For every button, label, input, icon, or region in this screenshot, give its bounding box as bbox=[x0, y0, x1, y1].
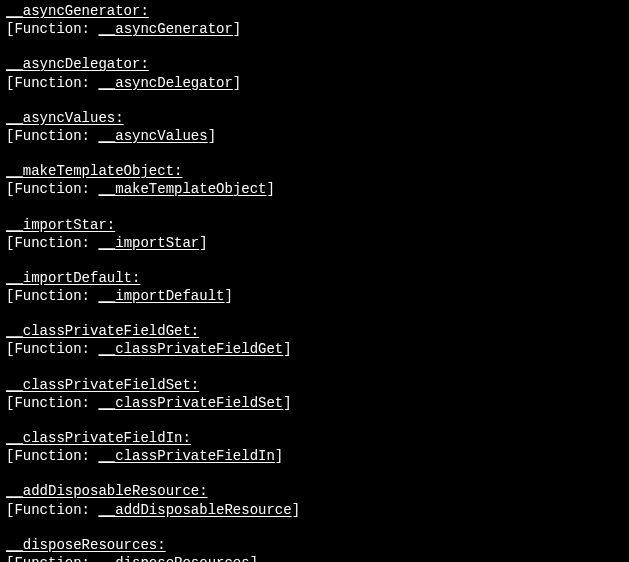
fn-suffix: ] bbox=[292, 501, 300, 519]
object-entry: __importStar:[Function: __importStar] bbox=[6, 216, 623, 252]
fn-prefix: [Function: bbox=[6, 394, 98, 412]
entry-key: __asyncGenerator: bbox=[6, 3, 149, 19]
entry-function-line: [Function: __addDisposableResource] bbox=[6, 501, 623, 519]
fn-name: __asyncValues bbox=[98, 127, 207, 145]
fn-suffix: ] bbox=[266, 180, 274, 198]
object-entry: __disposeResources:[Function: __disposeR… bbox=[6, 536, 623, 562]
object-entry: __classPrivateFieldGet:[Function: __clas… bbox=[6, 322, 623, 358]
fn-prefix: [Function: bbox=[6, 20, 98, 38]
object-entry: __classPrivateFieldIn:[Function: __class… bbox=[6, 429, 623, 465]
entry-key: __importStar: bbox=[6, 217, 115, 233]
fn-prefix: [Function: bbox=[6, 447, 98, 465]
entry-function-line: [Function: __disposeResources] bbox=[6, 554, 623, 562]
entry-function-line: [Function: __asyncValues] bbox=[6, 127, 623, 145]
object-entry: __addDisposableResource:[Function: __add… bbox=[6, 482, 623, 518]
fn-name: __classPrivateFieldGet bbox=[98, 340, 283, 358]
entry-function-line: [Function: __asyncDelegator] bbox=[6, 74, 623, 92]
fn-name: __disposeResources bbox=[98, 554, 249, 562]
entry-key: __classPrivateFieldSet: bbox=[6, 377, 199, 393]
object-entry: __classPrivateFieldSet:[Function: __clas… bbox=[6, 376, 623, 412]
entry-key: __asyncDelegator: bbox=[6, 56, 149, 72]
entry-key: __makeTemplateObject: bbox=[6, 163, 182, 179]
fn-suffix: ] bbox=[283, 340, 291, 358]
entry-function-line: [Function: __asyncGenerator] bbox=[6, 20, 623, 38]
fn-prefix: [Function: bbox=[6, 234, 98, 252]
fn-name: __asyncDelegator bbox=[98, 74, 232, 92]
fn-suffix: ] bbox=[283, 394, 291, 412]
entry-key: __importDefault: bbox=[6, 270, 140, 286]
entry-function-line: [Function: __makeTemplateObject] bbox=[6, 180, 623, 198]
object-entry: __asyncGenerator:[Function: __asyncGener… bbox=[6, 2, 623, 38]
fn-prefix: [Function: bbox=[6, 127, 98, 145]
fn-prefix: [Function: bbox=[6, 180, 98, 198]
entry-key: __addDisposableResource: bbox=[6, 483, 208, 499]
fn-suffix: ] bbox=[199, 234, 207, 252]
fn-prefix: [Function: bbox=[6, 554, 98, 562]
fn-name: __makeTemplateObject bbox=[98, 180, 266, 198]
object-entry: __importDefault:[Function: __importDefau… bbox=[6, 269, 623, 305]
fn-suffix: ] bbox=[250, 554, 258, 562]
entry-key: __disposeResources: bbox=[6, 537, 166, 553]
fn-suffix: ] bbox=[275, 447, 283, 465]
entry-function-line: [Function: __classPrivateFieldIn] bbox=[6, 447, 623, 465]
fn-prefix: [Function: bbox=[6, 287, 98, 305]
entry-key: __asyncValues: bbox=[6, 110, 124, 126]
entry-function-line: [Function: __classPrivateFieldSet] bbox=[6, 394, 623, 412]
fn-name: __addDisposableResource bbox=[98, 501, 291, 519]
fn-suffix: ] bbox=[208, 127, 216, 145]
entry-function-line: [Function: __classPrivateFieldGet] bbox=[6, 340, 623, 358]
fn-name: __classPrivateFieldSet bbox=[98, 394, 283, 412]
fn-prefix: [Function: bbox=[6, 501, 98, 519]
fn-suffix: ] bbox=[224, 287, 232, 305]
fn-name: __importStar bbox=[98, 234, 199, 252]
object-entry: __asyncDelegator:[Function: __asyncDeleg… bbox=[6, 55, 623, 91]
fn-prefix: [Function: bbox=[6, 340, 98, 358]
fn-name: __asyncGenerator bbox=[98, 20, 232, 38]
fn-suffix: ] bbox=[233, 20, 241, 38]
entry-key: __classPrivateFieldIn: bbox=[6, 430, 191, 446]
entry-key: __classPrivateFieldGet: bbox=[6, 323, 199, 339]
object-entry: __makeTemplateObject:[Function: __makeTe… bbox=[6, 162, 623, 198]
fn-name: __classPrivateFieldIn bbox=[98, 447, 274, 465]
entry-function-line: [Function: __importDefault] bbox=[6, 287, 623, 305]
fn-name: __importDefault bbox=[98, 287, 224, 305]
object-entry: __asyncValues:[Function: __asyncValues] bbox=[6, 109, 623, 145]
fn-prefix: [Function: bbox=[6, 74, 98, 92]
entry-function-line: [Function: __importStar] bbox=[6, 234, 623, 252]
fn-suffix: ] bbox=[233, 74, 241, 92]
